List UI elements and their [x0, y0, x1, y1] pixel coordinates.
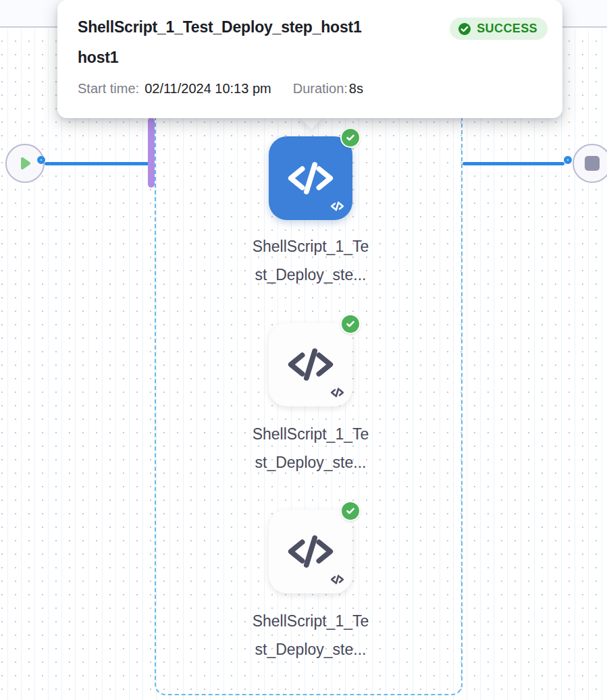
code-icon-mini — [330, 199, 344, 213]
tooltip-meta: Start time:02/11/2024 10:13 pm Duration:… — [78, 74, 546, 104]
step-tooltip: ShellScript_1_Test_Deploy_step_host1 hos… — [57, 0, 562, 118]
success-check-icon — [340, 501, 361, 521]
code-icon — [286, 527, 336, 576]
step-label-line: ShellScript_1_Te — [219, 420, 402, 448]
code-icon — [286, 340, 336, 389]
edge-start-to-stage — [45, 162, 149, 165]
end-port-ring — [564, 156, 572, 164]
status-badge-text: SUCCESS — [477, 22, 537, 36]
step-label-line: st_Deploy_ste... — [219, 635, 402, 664]
step-label-line: ShellScript_1_Te — [219, 607, 402, 635]
duration-group: Duration:8s — [293, 74, 363, 104]
success-check-icon — [340, 314, 361, 334]
start-time-value: 02/11/2024 10:13 pm — [144, 81, 271, 96]
duration-label: Duration: — [293, 81, 348, 96]
step-label-3[interactable]: ShellScript_1_Te st_Deploy_ste... — [219, 607, 402, 664]
stop-icon — [585, 156, 600, 171]
step-label-line: ShellScript_1_Te — [219, 232, 402, 261]
step-node-3[interactable] — [269, 510, 352, 593]
check-icon — [458, 22, 471, 36]
selection-marker — [148, 117, 155, 188]
start-time-group: Start time:02/11/2024 10:13 pm — [78, 74, 271, 104]
code-icon-mini — [330, 572, 344, 587]
step-node-2[interactable] — [269, 323, 352, 406]
success-check-icon — [340, 128, 361, 148]
pipeline-execution-screen: ShellScript_1_Te st_Deploy_ste... ShellS… — [0, 0, 607, 700]
start-port-ring — [37, 156, 45, 164]
edge-stage-to-end — [463, 162, 564, 165]
tooltip-title-line1: ShellScript_1_Test_Deploy_step_host1 — [78, 12, 446, 43]
code-icon — [286, 153, 336, 203]
step-label-line: st_Deploy_ste... — [219, 261, 402, 289]
status-badge: SUCCESS — [450, 18, 548, 40]
tooltip-title: ShellScript_1_Test_Deploy_step_host1 hos… — [78, 12, 446, 73]
start-time-label: Start time: — [78, 81, 139, 96]
step-label-1[interactable]: ShellScript_1_Te st_Deploy_ste... — [219, 232, 402, 289]
tooltip-title-line2: host1 — [78, 43, 446, 73]
code-icon-mini — [330, 385, 344, 400]
pipeline-end-node — [573, 144, 607, 183]
step-label-2[interactable]: ShellScript_1_Te st_Deploy_ste... — [219, 420, 402, 477]
duration-value: 8s — [349, 81, 363, 96]
step-node-1[interactable] — [269, 136, 352, 220]
play-icon — [17, 155, 33, 171]
step-label-line: st_Deploy_ste... — [219, 448, 402, 477]
